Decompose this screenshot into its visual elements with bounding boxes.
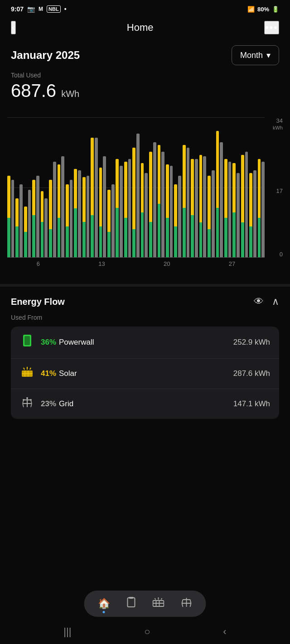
- green-segment-20: [174, 226, 177, 257]
- bar-group-26: [224, 159, 231, 257]
- yellow-segment-12: [107, 190, 111, 232]
- energy-item-solar: 41% Solar 287.6 kWh: [11, 359, 279, 389]
- svg-line-34: [182, 603, 183, 607]
- svg-line-27: [155, 598, 156, 600]
- svg-point-17: [26, 397, 28, 399]
- green-segment-15: [132, 229, 135, 257]
- month-filter-button[interactable]: Month ▾: [232, 45, 279, 65]
- x-label-6: 6: [37, 260, 40, 267]
- gray-bar-23: [203, 156, 206, 257]
- bar-group-21: [183, 145, 189, 257]
- powerwall-pct: 36%: [41, 338, 56, 347]
- bar-group-7: [66, 180, 72, 257]
- svg-point-18: [23, 399, 24, 401]
- nav-powerwall[interactable]: [126, 597, 136, 610]
- stacked-bar-10: [91, 138, 94, 257]
- header: ‹ Home •••: [0, 16, 290, 42]
- nav-home[interactable]: 🏠: [98, 598, 110, 610]
- gray-bar-3: [36, 176, 39, 257]
- stacked-bar-19: [166, 164, 169, 257]
- more-button[interactable]: •••: [264, 21, 279, 34]
- total-kwh-unit: kWh: [61, 89, 79, 99]
- nav-solar[interactable]: [153, 597, 164, 610]
- gray-bar-19: [170, 166, 173, 257]
- bar-group-11: [99, 156, 106, 257]
- energy-flow-title: Energy Flow: [11, 297, 65, 307]
- yellow-segment-14: [124, 162, 127, 218]
- stacked-bar-21: [183, 145, 186, 257]
- gray-bar-13: [120, 166, 123, 257]
- status-bar: 9:07 📷 M NBL • 📶 80% 🔋: [0, 0, 290, 16]
- grid-icon: [20, 397, 34, 411]
- green-segment-29: [249, 226, 252, 257]
- yellow-segment-21: [183, 145, 186, 208]
- svg-line-15: [23, 404, 24, 407]
- stacked-bar-17: [149, 152, 152, 257]
- solar-nav-icon: [153, 597, 164, 610]
- gray-bar-1: [19, 184, 23, 257]
- bar-group-15: [132, 134, 139, 257]
- recents-button[interactable]: |||: [63, 626, 71, 638]
- grid-pct: 23%: [41, 399, 56, 409]
- svg-line-9: [30, 368, 31, 370]
- bar-group-3: [32, 176, 39, 257]
- yellow-segment-30: [258, 159, 261, 218]
- gray-bar-12: [111, 184, 115, 257]
- yellow-segment-17: [149, 152, 152, 222]
- nav-grid[interactable]: [181, 597, 193, 610]
- gray-bar-14: [128, 159, 131, 257]
- bar-group-16: [141, 163, 148, 257]
- green-segment-10: [91, 215, 94, 257]
- stacked-bar-30: [258, 159, 261, 257]
- stacked-bar-22: [191, 159, 194, 257]
- solar-name: Solar: [59, 369, 233, 378]
- energy-chart: 34kWh 17 0 6 13 20 27: [0, 108, 290, 280]
- yellow-segment-27: [232, 163, 236, 212]
- back-button[interactable]: ‹: [11, 21, 16, 34]
- chart-x-labels: 6 13 20 27: [7, 258, 265, 267]
- stacked-bar-1: [15, 198, 19, 257]
- yellow-segment-11: [99, 168, 102, 226]
- eye-icon[interactable]: 👁: [254, 296, 264, 308]
- gray-bar-28: [245, 152, 248, 257]
- bar-group-6: [58, 156, 64, 257]
- green-segment-23: [199, 222, 203, 257]
- gray-bar-6: [61, 156, 64, 257]
- bar-group-30: [258, 159, 265, 257]
- yellow-segment-22: [191, 159, 194, 215]
- green-segment-27: [232, 212, 236, 257]
- yellow-segment-24: [208, 176, 211, 229]
- bar-group-18: [158, 145, 164, 257]
- bar-group-9: [82, 176, 89, 257]
- gray-bar-22: [195, 159, 198, 257]
- yellow-segment-0: [7, 176, 10, 218]
- stacked-bar-29: [249, 173, 252, 257]
- bar-group-29: [249, 170, 256, 257]
- collapse-icon[interactable]: ∧: [272, 296, 279, 308]
- svg-line-8: [24, 368, 24, 370]
- green-segment-28: [241, 222, 244, 257]
- total-used-label: Total Used: [11, 72, 279, 79]
- yellow-segment-23: [199, 155, 203, 222]
- energy-flow-actions: 👁 ∧: [254, 296, 279, 308]
- powerwall-nav-icon: [126, 597, 136, 610]
- yellow-segment-16: [141, 163, 144, 212]
- chart-bars-area: [7, 117, 265, 258]
- yellow-segment-29: [249, 173, 252, 226]
- stacked-bar-23: [199, 155, 203, 257]
- yellow-segment-26: [224, 159, 227, 218]
- gray-bar-30: [261, 162, 265, 257]
- green-segment-19: [166, 218, 169, 257]
- gray-bar-21: [187, 148, 190, 257]
- energy-items-card: 36% Powerwall 252.9 kWh 41% Solar 287.6 …: [11, 327, 279, 419]
- home-button[interactable]: ○: [144, 626, 150, 638]
- back-system-button[interactable]: ‹: [223, 626, 226, 638]
- green-segment-3: [32, 215, 35, 257]
- bar-group-19: [166, 164, 173, 257]
- powerwall-name: Powerwall: [59, 338, 233, 347]
- stacked-bar-25: [216, 131, 219, 257]
- camera-icon: 📷: [27, 5, 35, 13]
- stacked-bar-20: [174, 184, 177, 257]
- yellow-segment-25: [216, 131, 219, 208]
- y-max-label: 34kWh: [273, 117, 283, 131]
